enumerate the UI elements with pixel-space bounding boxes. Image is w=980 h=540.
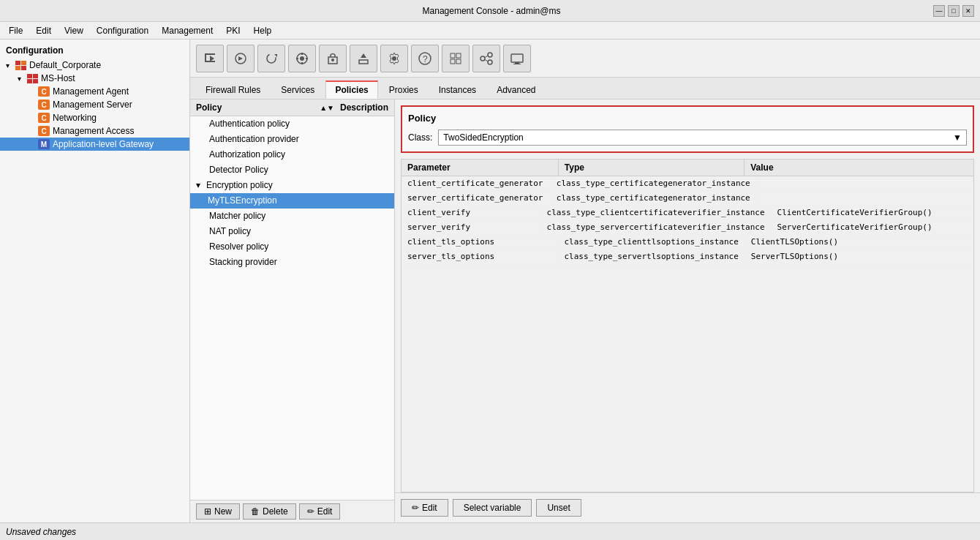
c-icon: C <box>38 126 50 136</box>
tab-services[interactable]: Services <box>271 81 324 99</box>
policy-item-encryption-policy[interactable]: ▾Encryption policy <box>190 178 394 193</box>
param-value <box>757 191 973 205</box>
policy-item-nat-policy[interactable]: ▸NAT policy <box>190 224 394 239</box>
class-dropdown[interactable]: TwoSidedEncryption ▼ <box>438 130 967 146</box>
sidebar-item-management-agent[interactable]: CManagement Agent <box>0 85 189 98</box>
toolbar-monitor-button[interactable] <box>503 45 531 72</box>
policy-item-label: Stacking provider <box>209 257 277 267</box>
toolbar-forward-button[interactable] <box>227 45 255 72</box>
param-parameter: client_certificate_generator <box>402 176 551 190</box>
svg-rect-31 <box>513 64 521 64</box>
toolbar: ? <box>190 40 980 78</box>
toolbar-config1-button[interactable] <box>288 45 316 72</box>
content-area: ? Firewall RulesServicesPoliciesProxiesI… <box>190 40 980 522</box>
policy-item-stacking-provider[interactable]: ▸Stacking provider <box>190 255 394 270</box>
delete-button[interactable]: 🗑 Delete <box>243 503 296 520</box>
policy-item-authorization-policy[interactable]: ▸Authorization policy <box>190 147 394 162</box>
maximize-button[interactable]: □ <box>948 5 960 17</box>
policy-item-mytlsencryption[interactable]: MyTLSEncryption <box>190 193 394 209</box>
class-label: Class: <box>408 132 432 143</box>
menu-item-file[interactable]: File <box>3 24 29 37</box>
tab-bar-items: Firewall RulesServicesPoliciesProxiesIns… <box>196 78 547 99</box>
policy-list-body: ▸Authentication policy▸Authentication pr… <box>190 116 394 500</box>
toolbar-refresh-button[interactable] <box>257 45 285 72</box>
unset-label: Unset <box>547 503 570 513</box>
param-table-header: Parameter Type Value <box>402 160 973 176</box>
table-row[interactable]: server_tls_options class_type_servertlso… <box>402 250 973 264</box>
window-controls[interactable]: — □ ✕ <box>933 5 974 17</box>
sidebar-item-management-access[interactable]: CManagement Access <box>0 124 189 138</box>
menu-item-configuration[interactable]: Configuration <box>91 24 154 37</box>
svg-rect-22 <box>451 59 455 64</box>
sidebar-item-management-server[interactable]: CManagement Server <box>0 98 189 111</box>
policy-item-detector-policy[interactable]: ▸Detector Policy <box>190 162 394 178</box>
svg-rect-12 <box>306 58 308 59</box>
policy-item-matcher-policy[interactable]: ▸Matcher policy <box>190 209 394 224</box>
new-button[interactable]: ⊞ New <box>196 503 240 520</box>
policy-item-authentication-provider[interactable]: ▸Authentication provider <box>190 132 394 147</box>
toolbar-back-button[interactable] <box>196 45 224 72</box>
toolbar-share-button[interactable] <box>472 45 500 72</box>
title-bar: Management Console - admin@ms — □ ✕ <box>0 0 980 22</box>
table-row[interactable]: server_verify class_type_servercertifica… <box>402 220 973 235</box>
svg-marker-3 <box>210 56 214 61</box>
table-row[interactable]: client_tls_options class_type_clienttlso… <box>402 235 973 250</box>
table-row[interactable]: client_certificate_generator class_type_… <box>402 176 973 191</box>
menu-item-management[interactable]: Management <box>156 24 219 37</box>
menu-item-view[interactable]: View <box>59 24 89 37</box>
policy-column-header: Policy <box>196 102 320 113</box>
unset-button[interactable]: Unset <box>536 499 581 517</box>
svg-rect-0 <box>205 53 215 55</box>
c-icon: C <box>38 100 50 110</box>
policy-item-authentication-policy[interactable]: ▸Authentication policy <box>190 116 394 132</box>
sidebar-item-app-gateway[interactable]: MApplication-level Gateway <box>0 138 189 151</box>
param-value: ClientCertificateVerifierGroup() <box>772 206 973 220</box>
table-row[interactable]: server_certificate_generator class_type_… <box>402 191 973 206</box>
policy-item-label: Encryption policy <box>206 180 273 190</box>
policy-list-footer: ⊞ New 🗑 Delete ✏ Edit <box>190 500 394 522</box>
param-table-body: client_certificate_generator class_type_… <box>402 176 973 264</box>
select-variable-button[interactable]: Select variable <box>453 499 532 517</box>
tab-proxies[interactable]: Proxies <box>380 81 428 99</box>
svg-rect-20 <box>451 53 455 58</box>
parameter-header: Parameter <box>402 160 559 176</box>
menu-item-edit[interactable]: Edit <box>30 24 57 37</box>
new-button-label: New <box>214 506 232 517</box>
sidebar-item-ms-host[interactable]: ▾MS-Host <box>0 72 189 85</box>
param-type: class_type_servercertificateverifier_ins… <box>541 220 772 234</box>
sidebar-item-default-corporate[interactable]: ▾Default_Corporate <box>0 59 189 72</box>
param-parameter: server_certificate_generator <box>402 191 551 205</box>
edit-button[interactable]: ✏ Edit <box>299 503 341 520</box>
policy-list-panel: Policy ▲▼ Description ▸Authentication po… <box>190 100 395 522</box>
toolbar-config2-button[interactable] <box>319 45 347 72</box>
param-parameter: server_verify <box>402 220 541 234</box>
svg-point-5 <box>267 54 276 63</box>
tab-advanced[interactable]: Advanced <box>487 81 545 99</box>
tree-arrow: ▾ <box>6 61 15 70</box>
menu-item-pki[interactable]: PKI <box>220 24 246 37</box>
param-value <box>757 176 973 190</box>
policy-header-box: Policy Class: TwoSidedEncryption ▼ <box>401 105 974 153</box>
close-button[interactable]: ✕ <box>962 5 974 17</box>
toolbar-grid-button[interactable] <box>442 45 470 72</box>
tab-firewall-rules[interactable]: Firewall Rules <box>196 81 270 99</box>
sidebar-item-networking[interactable]: CNetworking <box>0 111 189 124</box>
m-icon: M <box>38 139 50 149</box>
table-row[interactable]: client_verify class_type_clientcertifica… <box>402 206 973 220</box>
svg-text:?: ? <box>423 54 428 64</box>
toolbar-settings-button[interactable] <box>380 45 408 72</box>
svg-marker-16 <box>361 53 366 58</box>
tab-policies[interactable]: Policies <box>325 80 377 99</box>
toolbar-help-button[interactable]: ? <box>411 45 439 72</box>
tab-instances[interactable]: Instances <box>429 81 486 99</box>
delete-button-label: Delete <box>263 506 288 517</box>
menu-item-help[interactable]: Help <box>248 24 278 37</box>
param-parameter: client_tls_options <box>402 235 558 249</box>
tree-item-label: Management Agent <box>53 86 129 97</box>
toolbar-upload-button[interactable] <box>350 45 377 72</box>
param-type: class_type_certificategenerator_instance <box>551 191 757 205</box>
minimize-button[interactable]: — <box>933 5 945 17</box>
edit-action-button[interactable]: ✏ Edit <box>401 499 448 517</box>
policy-item-resolver-policy[interactable]: ▸Resolver policy <box>190 239 394 255</box>
param-type: class_type_certificategenerator_instance <box>551 176 757 190</box>
